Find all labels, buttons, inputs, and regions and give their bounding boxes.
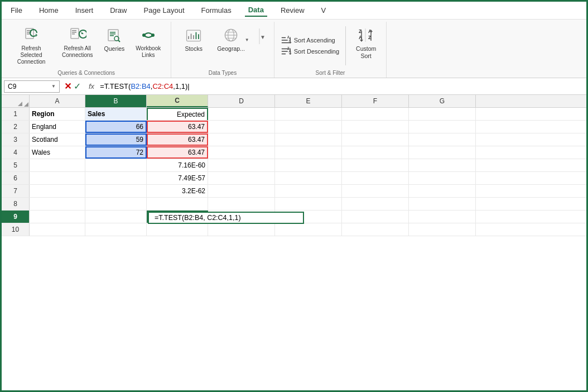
cell-e5[interactable]: [275, 159, 342, 171]
formula-cancel-icon[interactable]: ✕: [64, 81, 71, 92]
cell-g8[interactable]: [409, 198, 476, 210]
menu-formulas[interactable]: Formulas: [198, 4, 235, 16]
row-header-1[interactable]: 1: [2, 108, 30, 120]
cell-d8[interactable]: [208, 198, 275, 210]
cell-e6[interactable]: [275, 172, 342, 184]
row-header-7[interactable]: 7: [2, 185, 30, 197]
cell-d9[interactable]: [208, 211, 275, 223]
cell-g7[interactable]: [409, 185, 476, 197]
cell-f9[interactable]: [342, 211, 409, 223]
cell-c3[interactable]: 63.47: [147, 133, 208, 146]
cell-f6[interactable]: [342, 172, 409, 184]
cell-b6[interactable]: [85, 172, 147, 184]
col-header-g[interactable]: G: [409, 95, 476, 107]
cell-a6[interactable]: [30, 172, 85, 184]
stocks-btn[interactable]: Stocks: [177, 24, 210, 55]
cell-b5[interactable]: [85, 159, 147, 171]
cell-a5[interactable]: [30, 159, 85, 171]
cell-c6[interactable]: 7.49E-57: [147, 172, 208, 184]
menu-review[interactable]: Review: [277, 4, 308, 16]
cell-a8[interactable]: [30, 198, 85, 210]
cell-c4[interactable]: 63.47: [147, 146, 208, 159]
cell-ref-dropdown[interactable]: ▼: [51, 84, 56, 89]
cell-e2[interactable]: [275, 121, 342, 133]
cell-d1[interactable]: [208, 108, 275, 120]
cell-b7[interactable]: [85, 185, 147, 197]
col-header-e[interactable]: E: [275, 95, 342, 107]
cell-e1[interactable]: [275, 108, 342, 120]
workbook-links-btn[interactable]: WorkbookLinks: [131, 24, 165, 61]
formula-confirm-icon[interactable]: ✓: [74, 81, 81, 92]
cell-g9[interactable]: [409, 211, 476, 223]
menu-draw[interactable]: Draw: [107, 4, 130, 16]
cell-b2[interactable]: 66: [85, 121, 147, 133]
cell-e9[interactable]: [275, 211, 342, 223]
row-header-10[interactable]: 10: [2, 223, 30, 236]
cell-c8[interactable]: [147, 198, 208, 210]
col-header-d[interactable]: D: [208, 95, 275, 107]
cell-e10[interactable]: [275, 223, 342, 236]
cell-b9[interactable]: [85, 211, 147, 223]
cell-b10[interactable]: [85, 223, 147, 236]
cell-g4[interactable]: [409, 146, 476, 159]
cell-f8[interactable]: [342, 198, 409, 210]
row-header-5[interactable]: 5: [2, 159, 30, 171]
cell-e7[interactable]: [275, 185, 342, 197]
cell-e3[interactable]: [275, 133, 342, 146]
cell-d3[interactable]: [208, 133, 275, 146]
col-header-a[interactable]: A: [30, 95, 85, 107]
col-header-c[interactable]: C: [147, 95, 208, 107]
cell-g2[interactable]: [409, 121, 476, 133]
menu-pagelayout[interactable]: Page Layout: [141, 4, 188, 16]
cell-g5[interactable]: [409, 159, 476, 171]
menu-insert[interactable]: Insert: [72, 4, 97, 16]
col-header-b[interactable]: B: [85, 95, 147, 107]
menu-data[interactable]: Data: [245, 4, 267, 17]
cell-e4[interactable]: [275, 146, 342, 159]
cell-d6[interactable]: [208, 172, 275, 184]
data-types-more-btn[interactable]: ▼: [257, 26, 268, 47]
col-header-f[interactable]: F: [342, 95, 409, 107]
cell-b8[interactable]: [85, 198, 147, 210]
cell-c1[interactable]: Expected: [147, 108, 208, 120]
row-header-3[interactable]: 3: [2, 133, 30, 146]
cell-d7[interactable]: [208, 185, 275, 197]
cell-f7[interactable]: [342, 185, 409, 197]
menu-file[interactable]: File: [7, 4, 26, 16]
row-header-4[interactable]: 4: [2, 146, 30, 159]
refresh-selected-btn[interactable]: Refresh SelectedConnection: [7, 24, 55, 68]
cell-e8[interactable]: [275, 198, 342, 210]
cell-d4[interactable]: [208, 146, 275, 159]
cell-b3[interactable]: 59: [85, 133, 147, 146]
cell-f4[interactable]: [342, 146, 409, 159]
cell-b4[interactable]: 72: [85, 146, 147, 159]
cell-a3[interactable]: Scotland: [30, 133, 85, 146]
cell-f1[interactable]: [342, 108, 409, 120]
cell-a7[interactable]: [30, 185, 85, 197]
cell-d2[interactable]: [208, 121, 275, 133]
corner-cell[interactable]: [2, 95, 30, 107]
menu-more[interactable]: V: [318, 4, 330, 16]
queries-btn[interactable]: Queries: [100, 24, 129, 55]
cell-c5[interactable]: 7.16E-60: [147, 159, 208, 171]
cell-g6[interactable]: [409, 172, 476, 184]
cell-c9[interactable]: =T.TEST(B2:B4, C2:C4,1,1): [147, 211, 208, 223]
cell-g3[interactable]: [409, 133, 476, 146]
row-header-9[interactable]: 9: [2, 211, 30, 223]
cell-c10[interactable]: [147, 223, 208, 236]
custom-sort-btn[interactable]: Z A A Z CustomSort: [350, 24, 382, 68]
cell-f10[interactable]: [342, 223, 409, 236]
cell-b1[interactable]: Sales: [85, 108, 147, 120]
cell-f3[interactable]: [342, 133, 409, 146]
sort-ascending-btn[interactable]: A Z Sort Ascending: [279, 35, 341, 45]
cell-d5[interactable]: [208, 159, 275, 171]
cell-a9[interactable]: [30, 211, 85, 223]
menu-home[interactable]: Home: [36, 4, 62, 16]
cell-g1[interactable]: [409, 108, 476, 120]
cell-c2[interactable]: 63.47: [147, 121, 208, 133]
cell-a4[interactable]: Wales: [30, 146, 85, 159]
cell-g10[interactable]: [409, 223, 476, 236]
row-header-8[interactable]: 8: [2, 198, 30, 210]
sort-descending-btn[interactable]: Z A Sort Descending: [279, 46, 341, 56]
geography-btn[interactable]: Geograp... ▼: [213, 24, 255, 55]
